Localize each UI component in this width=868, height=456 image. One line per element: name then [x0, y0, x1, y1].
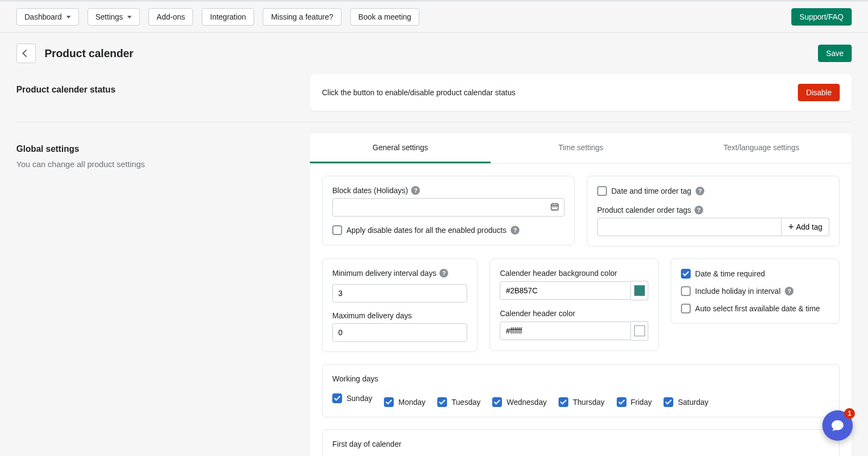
help-icon[interactable]: ?: [695, 206, 703, 214]
svg-rect-5: [554, 207, 555, 208]
status-description: Click the button to enable/disable produ…: [322, 88, 516, 97]
day-friday-checkbox[interactable]: [617, 397, 627, 407]
support-faq-button[interactable]: Support/FAQ: [791, 8, 852, 26]
back-button[interactable]: [16, 44, 36, 63]
missing-feature-button[interactable]: Missing a feature?: [263, 8, 341, 26]
divider: [16, 122, 852, 122]
day-label: Monday: [398, 398, 425, 406]
chat-badge: 1: [844, 408, 855, 419]
disable-button[interactable]: Disable: [798, 84, 840, 101]
max-delivery-label: Maximum delivery days: [332, 311, 467, 320]
chat-icon: [830, 418, 845, 433]
book-meeting-button[interactable]: Book a meeting: [350, 8, 419, 26]
help-icon[interactable]: ?: [511, 226, 519, 235]
tab-text[interactable]: Text/language settings: [671, 133, 852, 163]
holiday-interval-label: Include holiday in interval: [695, 287, 780, 295]
day-label: Friday: [631, 398, 652, 406]
apply-all-checkbox[interactable]: [332, 225, 342, 235]
svg-rect-4: [553, 207, 554, 208]
add-tag-button[interactable]: + Add tag: [782, 218, 829, 236]
block-dates-input[interactable]: [332, 198, 565, 217]
auto-select-checkbox[interactable]: [681, 304, 691, 313]
dashboard-label: Dashboard: [24, 13, 62, 21]
top-nav: Dashboard Settings Add-ons Integration M…: [0, 1, 868, 33]
delivery-card: Minimum delivery interval days ? Maximum…: [322, 258, 478, 352]
date-time-tag-checkbox[interactable]: [597, 186, 607, 196]
help-icon[interactable]: ?: [696, 187, 704, 195]
page-title: Product calender: [45, 47, 133, 60]
date-time-required-checkbox[interactable]: [681, 269, 691, 279]
day-thursday-checkbox[interactable]: [559, 397, 568, 407]
global-desc: You can change all product settings: [16, 159, 299, 169]
plus-icon: +: [788, 222, 794, 232]
settings-card: General settings Time settings Text/lang…: [310, 133, 852, 456]
date-time-required-label: Date & time required: [695, 269, 765, 278]
header-fg-input[interactable]: [500, 322, 631, 340]
integration-button[interactable]: Integration: [202, 8, 254, 26]
help-icon[interactable]: ?: [439, 269, 448, 278]
header-bg-swatch[interactable]: [631, 281, 648, 300]
status-card: Click the button to enable/disable produ…: [310, 74, 852, 111]
settings-dropdown[interactable]: Settings: [88, 8, 140, 26]
status-section-label: Product calender status: [16, 74, 299, 100]
min-delivery-label: Minimum delivery interval days: [332, 269, 436, 278]
day-tuesday-checkbox[interactable]: [437, 397, 447, 407]
chat-widget[interactable]: 1: [822, 410, 853, 441]
settings-tabs: General settings Time settings Text/lang…: [310, 133, 852, 164]
day-label: Thursday: [573, 398, 604, 406]
arrow-left-icon: [22, 50, 30, 57]
order-tags-card: Date and time order tag ? Product calend…: [587, 176, 840, 247]
colors-card: Calender header background color Calende…: [489, 258, 659, 351]
first-day-label: First day of calender: [332, 440, 829, 448]
day-sunday-checkbox[interactable]: [332, 393, 342, 403]
max-delivery-input[interactable]: [332, 323, 467, 342]
dashboard-dropdown[interactable]: Dashboard: [16, 8, 79, 26]
status-title: Product calender status: [16, 85, 299, 95]
block-dates-label: Block dates (Holidays): [332, 186, 408, 195]
auto-select-label: Auto select first available date & time: [695, 304, 820, 313]
day-label: Wednesday: [506, 398, 547, 406]
header-bg-input[interactable]: [500, 281, 631, 300]
add-tag-label: Add tag: [796, 223, 822, 231]
settings-label: Settings: [96, 13, 123, 21]
day-label: Sunday: [346, 394, 372, 403]
order-tags-input[interactable]: [597, 218, 782, 236]
date-time-tag-label: Date and time order tag: [611, 187, 691, 195]
global-settings-label: Global settings You can change all produ…: [16, 133, 299, 169]
help-icon[interactable]: ?: [411, 186, 420, 195]
svg-rect-6: [556, 207, 557, 208]
header-bg-label: Calender header background color: [500, 269, 648, 278]
save-button[interactable]: Save: [818, 45, 852, 62]
first-day-card: First day of calender: [322, 429, 840, 456]
day-wednesday-checkbox[interactable]: [492, 397, 502, 407]
global-title: Global settings: [16, 144, 299, 154]
holiday-interval-checkbox[interactable]: [681, 286, 691, 296]
block-dates-card: Block dates (Holidays) ? Apply disable d…: [322, 176, 575, 245]
working-days-label: Working days: [332, 374, 829, 383]
day-monday-checkbox[interactable]: [384, 397, 394, 407]
tab-time[interactable]: Time settings: [491, 133, 671, 163]
tab-general[interactable]: General settings: [310, 133, 491, 163]
header-fg-swatch[interactable]: [631, 321, 648, 341]
day-label: Saturday: [678, 398, 708, 406]
page-header: Product calender Save: [0, 33, 868, 74]
help-icon[interactable]: ?: [785, 287, 793, 295]
day-saturday-checkbox[interactable]: [664, 397, 673, 407]
working-days-card: Working days Sunday Monday Tuesday Wedne…: [322, 364, 840, 417]
day-label: Tuesday: [451, 398, 480, 406]
chevron-down-icon: [66, 16, 71, 19]
addons-button[interactable]: Add-ons: [148, 8, 193, 26]
options-card: Date & time required Include holiday in …: [671, 258, 840, 324]
header-fg-label: Calender header color: [500, 309, 648, 318]
order-tags-label: Product calender order tags: [597, 206, 691, 214]
apply-all-label: Apply disable dates for all the enabled …: [346, 226, 506, 235]
calendar-icon[interactable]: [550, 202, 559, 213]
chevron-down-icon: [127, 16, 132, 19]
min-delivery-input[interactable]: [332, 284, 467, 303]
